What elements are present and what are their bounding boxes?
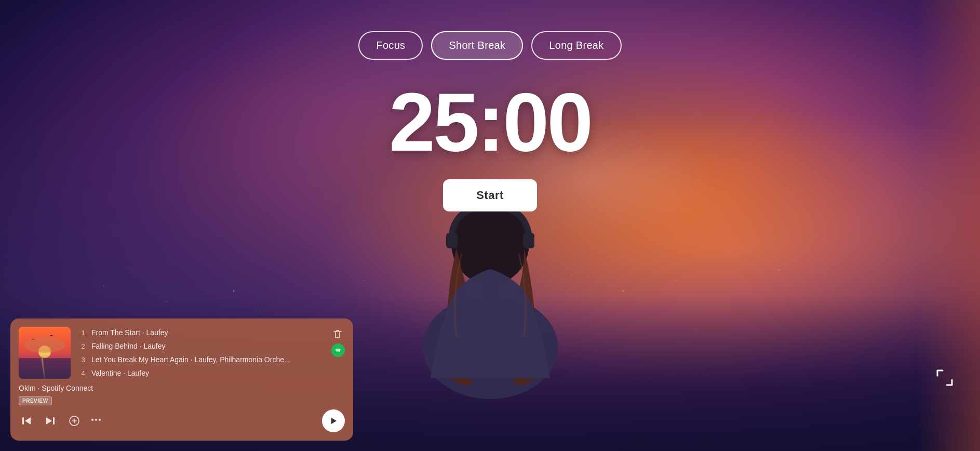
long-break-mode-button[interactable]: Long Break (531, 31, 621, 60)
track-item-1[interactable]: 1 From The Start · Laufey (77, 327, 324, 338)
player-source: Oklm · Spotify Connect (19, 384, 345, 392)
svg-point-6 (38, 346, 51, 358)
svg-marker-11 (25, 417, 31, 425)
svg-marker-21 (331, 418, 337, 424)
player-top: 1 From The Start · Laufey 2 Falling Behi… (19, 327, 345, 379)
svg-point-18 (91, 419, 93, 421)
dots-icon (90, 414, 102, 426)
svg-marker-13 (46, 417, 52, 425)
player-controls (19, 409, 345, 432)
trash-icon (332, 329, 343, 339)
svg-rect-14 (53, 417, 55, 425)
timer-modes: Focus Short Break Long Break (358, 31, 621, 60)
track-number-2: 2 (79, 342, 87, 350)
add-to-playlist-button[interactable] (66, 413, 82, 429)
delete-playlist-button[interactable] (330, 327, 345, 341)
add-icon (69, 415, 80, 427)
next-track-button[interactable] (43, 413, 58, 429)
player-right-icons (330, 327, 345, 379)
track-name-2: Falling Behind · Laufey (91, 342, 322, 350)
track-number-3: 3 (79, 356, 87, 364)
preview-badge: PREVIEW (19, 396, 52, 405)
more-options-button[interactable] (90, 414, 102, 428)
player-bottom: Oklm · Spotify Connect PREVIEW (19, 384, 345, 432)
track-name-1: From The Start · Laufey (91, 328, 322, 337)
short-break-mode-button[interactable]: Short Break (431, 31, 523, 60)
prev-track-button[interactable] (19, 413, 34, 429)
fullscreen-button[interactable] (935, 368, 954, 389)
svg-rect-7 (19, 358, 71, 379)
focus-mode-button[interactable]: Focus (358, 31, 423, 60)
start-button[interactable]: Start (443, 179, 537, 211)
track-item-4[interactable]: 4 Valentine · Laufey (77, 367, 324, 379)
track-number-1: 1 (79, 329, 87, 337)
album-art (19, 327, 71, 379)
play-icon (329, 416, 338, 426)
track-number-4: 4 (79, 369, 87, 377)
svg-line-8 (42, 358, 45, 379)
svg-rect-12 (22, 417, 24, 425)
track-name-4: Valentine · Laufey (91, 369, 322, 377)
svg-point-19 (95, 419, 97, 421)
track-item-2[interactable]: 2 Falling Behind · Laufey (77, 340, 324, 352)
timer-display: 25:00 (389, 81, 591, 164)
svg-point-20 (99, 419, 101, 421)
track-item-3[interactable]: 3 Let You Break My Heart Again · Laufey,… (77, 354, 324, 365)
music-player: 1 From The Start · Laufey 2 Falling Behi… (10, 319, 353, 441)
play-button[interactable] (322, 409, 345, 432)
svg-rect-5 (19, 327, 71, 379)
next-icon (45, 415, 56, 427)
track-name-3: Let You Break My Heart Again · Laufey, P… (91, 355, 322, 364)
prev-icon (21, 415, 32, 427)
track-list: 1 From The Start · Laufey 2 Falling Behi… (77, 327, 324, 379)
spotify-logo (331, 343, 345, 357)
